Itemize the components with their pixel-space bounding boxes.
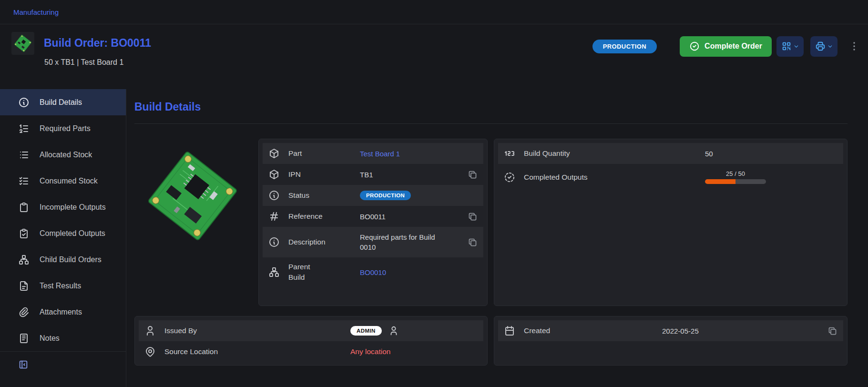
info-circle-icon <box>18 97 30 108</box>
issued-card: Issued By ADMIN Source Location Any loca… <box>134 316 488 366</box>
hash-icon <box>268 211 280 222</box>
dots-vertical-icon <box>848 41 860 52</box>
detail-row-source-location: Source Location Any location <box>139 341 483 362</box>
sidebar-item-completed-outputs[interactable]: Completed Outputs <box>0 220 126 246</box>
part-image-container <box>134 139 251 306</box>
numbers-123-icon <box>504 148 515 159</box>
created-value: 2022-05-25 <box>662 327 699 335</box>
sidebar-item-label: Test Results <box>40 282 81 290</box>
detail-label: Description <box>288 238 360 246</box>
status-badge: PRODUCTION <box>360 191 411 200</box>
main-panel: Build Details <box>126 89 868 387</box>
progress-fill <box>705 179 735 184</box>
page-title: Build Order: BO0011 <box>44 37 151 50</box>
detail-label: Parent Build <box>288 262 360 282</box>
sidebar-item-allocated-stock[interactable]: Allocated Stock <box>0 142 126 168</box>
list-icon <box>18 149 30 161</box>
barcode-actions-button[interactable] <box>776 36 804 57</box>
map-pin-icon <box>144 346 156 357</box>
list-check-icon <box>18 175 30 187</box>
package-icon <box>268 169 280 180</box>
sidebar-item-incomplete-outputs[interactable]: Incomplete Outputs <box>0 194 126 220</box>
sidebar-item-consumed-stock[interactable]: Consumed Stock <box>0 168 126 194</box>
paperclip-icon <box>18 306 30 318</box>
parent-build-link[interactable]: BO0010 <box>360 268 386 276</box>
progress-label: 25 / 50 <box>726 170 745 177</box>
calendar-icon <box>504 325 515 336</box>
detail-label: Build Quantity <box>524 149 705 158</box>
completed-outputs-progress: 25 / 50 <box>705 170 766 184</box>
chevron-down-icon <box>827 43 833 50</box>
sidebar-item-label: Build Details <box>40 98 82 107</box>
detail-label: Created <box>524 326 662 335</box>
user-icon <box>144 325 156 336</box>
complete-order-button[interactable]: Complete Order <box>680 36 772 57</box>
sidebar-item-label: Child Build Orders <box>40 255 102 264</box>
notes-icon <box>18 333 30 344</box>
sidebar: Build Details Required Parts Allocated S… <box>0 89 126 387</box>
progress-bar <box>705 179 766 184</box>
part-link[interactable]: Test Board 1 <box>360 150 400 158</box>
copy-icon[interactable] <box>468 237 478 247</box>
sidebar-collapse-button[interactable] <box>0 352 126 377</box>
ipn-value: TB1 <box>360 171 373 179</box>
clipboard-icon <box>18 202 30 213</box>
circle-check-icon <box>689 41 700 51</box>
sidebar-item-build-details[interactable]: Build Details <box>0 89 126 115</box>
status-badge: PRODUCTION <box>592 40 657 53</box>
detail-row-description: Description Required parts for Build 001… <box>263 227 483 257</box>
detail-label: Completed Outputs <box>524 173 705 182</box>
header-actions: PRODUCTION Complete Order <box>592 36 860 57</box>
list-numbers-icon <box>18 123 30 134</box>
sidebar-item-label: Incomplete Outputs <box>40 203 106 212</box>
detail-label: Source Location <box>164 347 350 356</box>
sidebar-item-child-build-orders[interactable]: Child Build Orders <box>0 246 126 273</box>
print-actions-button[interactable] <box>810 36 837 57</box>
sidebar-item-label: Allocated Stock <box>40 151 92 159</box>
copy-icon[interactable] <box>468 170 478 180</box>
detail-label: Part <box>288 149 360 158</box>
build-thumbnail[interactable] <box>11 32 34 55</box>
detail-row-ipn: IPN TB1 <box>263 164 483 185</box>
detail-label: Reference <box>288 212 360 221</box>
clipboard-check-icon <box>18 228 30 239</box>
detail-row-completed-outputs: Completed Outputs 25 / 50 <box>498 164 843 190</box>
quantity-card: Build Quantity 50 Completed Outputs 25 /… <box>494 139 848 306</box>
detail-label: IPN <box>288 170 360 179</box>
page-header: Build Order: BO0011 50 x TB1 | Test Boar… <box>0 24 868 89</box>
detail-row-build-quantity: Build Quantity 50 <box>498 143 843 164</box>
sidebar-item-notes[interactable]: Notes <box>0 325 126 351</box>
detail-row-part: Part Test Board 1 <box>263 143 483 164</box>
build-details-content: Part Test Board 1 IPN TB1 Status <box>134 139 848 366</box>
detail-row-parent-build: Parent Build BO0010 <box>263 257 483 287</box>
heading-divider <box>134 123 848 124</box>
more-actions-button[interactable] <box>848 40 860 52</box>
file-text-icon <box>18 280 30 292</box>
sidebar-item-test-results[interactable]: Test Results <box>0 273 126 299</box>
build-details-card: Part Test Board 1 IPN TB1 Status <box>258 139 488 306</box>
detail-row-issued-by: Issued By ADMIN <box>139 320 483 341</box>
breadcrumb-link-manufacturing[interactable]: Manufacturing <box>13 8 59 16</box>
detail-row-reference: Reference BO0011 <box>263 206 483 227</box>
copy-icon[interactable] <box>468 212 478 222</box>
copy-icon[interactable] <box>827 326 837 336</box>
user-icon[interactable] <box>388 326 399 336</box>
sitemap-icon <box>268 266 280 278</box>
package-icon <box>268 148 280 159</box>
info-circle-icon <box>268 236 280 248</box>
sidebar-item-label: Required Parts <box>40 124 91 133</box>
sidebar-item-attachments[interactable]: Attachments <box>0 299 126 325</box>
pcb-image[interactable] <box>136 140 249 252</box>
build-quantity-value: 50 <box>705 150 713 158</box>
pcb-thumbnail-image <box>12 32 34 54</box>
sidebar-item-label: Attachments <box>40 308 82 316</box>
sidebar-item-required-parts[interactable]: Required Parts <box>0 115 126 142</box>
description-value: Required parts for Build 0010 <box>360 232 445 252</box>
detail-row-created: Created 2022-05-25 <box>498 320 843 341</box>
printer-icon <box>815 41 826 51</box>
detail-label: Status <box>288 191 360 200</box>
sidebar-item-label: Consumed Stock <box>40 177 98 185</box>
page-body: Build Details Required Parts Allocated S… <box>0 89 868 387</box>
detail-label: Issued By <box>164 326 350 335</box>
sitemap-icon <box>18 254 30 265</box>
